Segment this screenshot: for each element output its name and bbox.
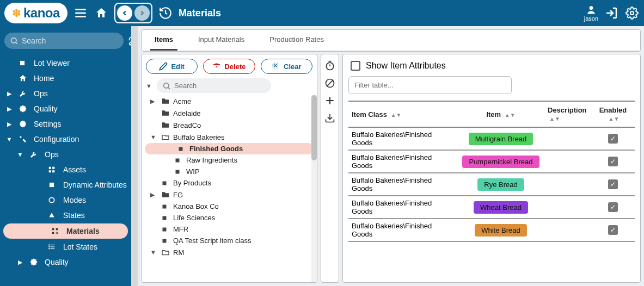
tree-scrollbar[interactable] bbox=[311, 95, 317, 282]
caret-icon: ▼ bbox=[150, 134, 158, 140]
sidebar-item-dynamic-attributes[interactable]: Dynamic Attributes bbox=[0, 177, 131, 192]
tree-node-label: Finished Goods bbox=[189, 145, 243, 153]
sidebar-item-settings[interactable]: ▶Settings bbox=[0, 116, 131, 132]
tab-production-rates[interactable]: Production Rates bbox=[265, 30, 328, 51]
item-chip: Wheat Bread bbox=[474, 201, 528, 214]
sidebar-item-states[interactable]: States bbox=[0, 208, 131, 223]
tree-node-kanoa-box-co[interactable]: Kanoa Box Co bbox=[142, 201, 317, 212]
column-item-class[interactable]: Item Class ▲▼ bbox=[348, 101, 457, 127]
square-icon bbox=[161, 238, 170, 244]
sort-icon: ▲▼ bbox=[549, 116, 560, 122]
menu-icon[interactable] bbox=[73, 5, 88, 21]
logo[interactable]: ✽ kanoa bbox=[4, 3, 68, 23]
column-enabled[interactable]: Enabled ▲▼ bbox=[591, 101, 635, 127]
tree-node-breadco[interactable]: BreadCo bbox=[142, 119, 317, 131]
svg-rect-42 bbox=[163, 239, 167, 243]
tree-node-acme[interactable]: ▶Acme bbox=[142, 95, 317, 107]
tri-icon bbox=[48, 212, 58, 219]
table-row[interactable]: Buffalo Bakeries\Finished GoodsPumpernic… bbox=[348, 150, 635, 173]
column-description[interactable]: Description ▲▼ bbox=[544, 101, 591, 127]
back-button[interactable] bbox=[117, 5, 132, 21]
sidebar-item-configuration[interactable]: ▼Configuration bbox=[0, 132, 131, 147]
square-icon bbox=[161, 203, 170, 210]
enabled-checkbox[interactable]: ✓ bbox=[608, 157, 618, 166]
tree-node-finished-goods[interactable]: Finished Goods bbox=[145, 143, 314, 154]
tab-input-materials[interactable]: Input Materials bbox=[194, 30, 249, 51]
svg-rect-39 bbox=[163, 204, 167, 208]
enabled-checkbox[interactable]: ✓ bbox=[608, 179, 618, 189]
tree-node-buffalo-bakeries[interactable]: ▼Buffalo Bakeries bbox=[142, 131, 317, 143]
login-icon[interactable] bbox=[604, 5, 619, 21]
tab-items[interactable]: Items bbox=[150, 30, 177, 51]
sidebar-item-modes[interactable]: Modes bbox=[0, 192, 131, 208]
sidebar-item-lot-states[interactable]: Lot States bbox=[0, 239, 131, 254]
settings-icon[interactable] bbox=[624, 5, 640, 21]
square-icon bbox=[19, 59, 28, 67]
search-icon bbox=[10, 36, 19, 45]
tree-node-rm[interactable]: ▼RM bbox=[142, 246, 317, 258]
tree-node-raw-ingredients[interactable]: Raw Ingredients bbox=[142, 154, 317, 166]
cell-description bbox=[544, 219, 591, 241]
tree-search-input[interactable] bbox=[157, 78, 271, 93]
item-chip: Pumpernickel Bread bbox=[462, 156, 539, 168]
tree-node-qa-test-script-item-class[interactable]: QA Test Script item class bbox=[142, 235, 317, 246]
square-icon bbox=[161, 226, 170, 233]
sidebar-search-input[interactable] bbox=[4, 33, 124, 49]
tree-node-fg[interactable]: ▶FG bbox=[142, 189, 317, 201]
tree-node-by-products[interactable]: By Products bbox=[142, 177, 317, 189]
sidebar-item-quality[interactable]: ▶Quality bbox=[0, 254, 131, 270]
tabs: ItemsInput MaterialsProduction Rates bbox=[142, 30, 640, 51]
sidebar-item-label: Lot States bbox=[63, 243, 97, 251]
cell-enabled: ✓ bbox=[591, 173, 635, 196]
add-icon[interactable] bbox=[324, 95, 336, 107]
sidebar-item-ops[interactable]: ▼Ops bbox=[0, 147, 131, 162]
sidebar-item-label: Ops bbox=[45, 150, 59, 159]
table-row[interactable]: Buffalo Bakeries\Finished GoodsMultigrai… bbox=[348, 127, 635, 150]
disable-icon[interactable] bbox=[324, 77, 336, 89]
sidebar-scrollbar[interactable] bbox=[131, 26, 138, 286]
table-row[interactable]: Buffalo Bakeries\Finished GoodsWhite Bre… bbox=[348, 219, 635, 241]
tree-node-adelaide[interactable]: Adelaide bbox=[142, 107, 317, 119]
timer-icon[interactable] bbox=[324, 60, 336, 72]
column-item[interactable]: Item ▲▼ bbox=[457, 101, 544, 127]
tree-collapse-toggle[interactable]: ▼ bbox=[146, 83, 154, 89]
delete-button[interactable]: Delete bbox=[203, 59, 255, 74]
caret-icon: ▶ bbox=[5, 121, 13, 128]
forward-button[interactable] bbox=[134, 5, 150, 21]
sidebar-item-ops[interactable]: ▶Ops bbox=[0, 86, 131, 101]
table-row[interactable]: Buffalo Bakeries\Finished GoodsRye Bread… bbox=[348, 173, 635, 196]
tree-node-life-sciences[interactable]: Life Sciences bbox=[142, 212, 317, 223]
tree-node-wip[interactable]: WIP bbox=[142, 166, 317, 177]
enabled-checkbox[interactable]: ✓ bbox=[608, 202, 618, 212]
show-attributes-checkbox[interactable] bbox=[351, 61, 360, 71]
tree-node-mfr[interactable]: MFR bbox=[142, 223, 317, 235]
sidebar-item-home[interactable]: Home bbox=[0, 71, 131, 86]
sidebar-item-assets[interactable]: Assets bbox=[0, 162, 131, 177]
enabled-checkbox[interactable]: ✓ bbox=[608, 225, 618, 235]
qr-icon bbox=[51, 227, 61, 235]
user-block[interactable]: jason bbox=[584, 4, 598, 22]
download-icon[interactable] bbox=[324, 112, 336, 124]
svg-rect-20 bbox=[57, 232, 58, 233]
history-icon[interactable] bbox=[158, 5, 173, 21]
home-icon[interactable] bbox=[94, 5, 109, 21]
enabled-checkbox[interactable]: ✓ bbox=[608, 134, 618, 144]
sidebar-item-lot-viewer[interactable]: Lot Viewer bbox=[0, 55, 131, 71]
sidebar-item-materials[interactable]: Materials bbox=[3, 223, 128, 239]
edit-button[interactable]: Edit bbox=[146, 59, 198, 74]
clear-button[interactable]: Clear bbox=[261, 59, 312, 74]
sidebar-item-label: Quality bbox=[45, 258, 69, 266]
badge-icon bbox=[29, 258, 39, 266]
cell-itemclass: Buffalo Bakeries\Finished Goods bbox=[348, 173, 457, 196]
table-row[interactable]: Buffalo Bakeries\Finished GoodsWheat Bre… bbox=[348, 196, 635, 219]
home-icon bbox=[19, 74, 28, 83]
sidebar-item-quality[interactable]: ▶Quality bbox=[0, 101, 131, 116]
square-icon bbox=[177, 146, 186, 152]
caret-icon: ▶ bbox=[16, 259, 24, 266]
filter-table-input[interactable] bbox=[348, 76, 512, 94]
sidebar-item-label: Ops bbox=[34, 89, 48, 98]
svg-point-6 bbox=[11, 38, 16, 43]
gear-icon bbox=[19, 120, 28, 128]
svg-rect-21 bbox=[56, 233, 57, 234]
wrench-icon bbox=[19, 89, 28, 98]
